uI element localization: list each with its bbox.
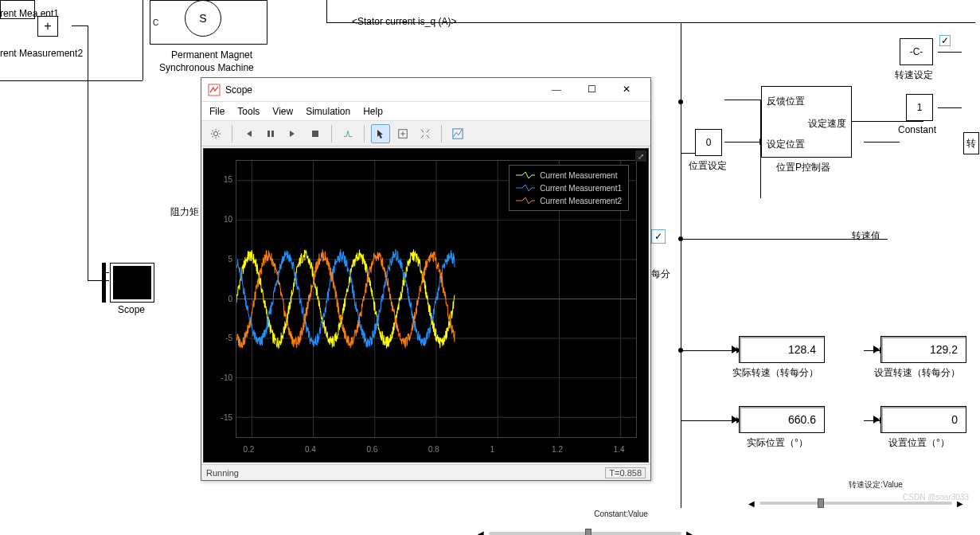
svg-rect-4 [312, 131, 318, 137]
resistance-torque-label: 阻力矩 [170, 205, 199, 219]
svg-rect-3 [271, 131, 274, 137]
current-measurement2-label: rent Measurement2 [0, 48, 83, 59]
step-forward-icon[interactable] [283, 124, 303, 143]
display-actual-speed-label: 实际转速（转每分） [732, 366, 818, 380]
gear-icon[interactable] [206, 124, 225, 143]
pmsm-label1: Permanent Magnet [171, 49, 252, 61]
speed-setpoint-label: 转速设定 [895, 68, 933, 82]
scope-plot[interactable]: Current Measurement Current Measurement1… [203, 148, 649, 463]
maximize-plot-icon[interactable]: ⤢ [635, 150, 646, 162]
svg-point-1 [213, 131, 217, 135]
scope-title: Scope [225, 84, 539, 96]
constant-one-block[interactable]: 1 [906, 94, 933, 121]
mux-block[interactable] [102, 263, 106, 303]
watermark: CSDN @soar3033 [903, 493, 969, 502]
speed-setpoint-constant[interactable]: -C- [900, 38, 933, 65]
zoom-fit-icon[interactable] [393, 124, 412, 143]
ytick-label: -5 [210, 334, 232, 342]
port-set-speed: 设定速度 [805, 117, 849, 131]
display-actual-pos[interactable]: 660.6 [739, 406, 825, 433]
add-block[interactable]: + [37, 16, 58, 37]
port-set-position: 设定位置 [763, 138, 808, 151]
xtick-label: 1.2 [552, 445, 563, 454]
xtick-label: 1.4 [614, 445, 625, 454]
scope-legend[interactable]: Current Measurement Current Measurement1… [509, 165, 629, 211]
ytick-label: -10 [210, 373, 232, 382]
step-back-icon[interactable] [239, 124, 258, 143]
display-actual-pos-label: 实际位置（°） [747, 436, 808, 450]
scope-titlebar[interactable]: Scope — ☐ ✕ [201, 78, 650, 102]
svg-rect-2 [267, 131, 270, 137]
checkbox-icon[interactable]: ✓ [651, 229, 666, 244]
constant-zero-block[interactable]: 0 [695, 129, 722, 156]
autoscale-icon[interactable] [416, 124, 435, 143]
menu-view[interactable]: View [272, 106, 293, 117]
close-button[interactable]: ✕ [609, 79, 644, 101]
xtick-label: 1 [490, 445, 495, 454]
maximize-button[interactable]: ☐ [574, 79, 609, 101]
status-running: Running [206, 468, 239, 478]
checkbox-icon-2[interactable]: ✓ [939, 35, 951, 46]
scope-block-label: Scope [118, 304, 145, 315]
trigger-icon[interactable] [338, 124, 357, 143]
stop-icon[interactable] [306, 124, 325, 143]
scope-menubar[interactable]: File Tools View Simulation Help [201, 102, 650, 121]
pmsm-icon: S [185, 0, 221, 37]
menu-tools[interactable]: Tools [237, 106, 260, 117]
xtick-label: 0.6 [366, 445, 377, 454]
per-minute-label: 每分 [651, 268, 670, 281]
port-feedback-pos: 反馈位置 [763, 95, 808, 108]
xtick-label: 0.8 [428, 445, 439, 454]
scope-block[interactable] [110, 263, 154, 303]
slider-speed-label: 转速设定:Value [796, 479, 955, 490]
pos-setpoint-label: 位置设定 [689, 159, 727, 173]
xtick-label: 0.2 [243, 445, 254, 454]
display-set-speed[interactable]: 129.2 [880, 336, 966, 363]
menu-help[interactable]: Help [363, 106, 383, 117]
display-actual-speed[interactable]: 128.4 [739, 336, 825, 363]
ytick-label: 10 [210, 215, 232, 224]
slider-constant[interactable]: ◀ ▶ [478, 525, 693, 535]
display-set-pos[interactable]: 0 [880, 406, 966, 433]
position-p-controller[interactable]: 反馈位置 设定速度 设定位置 [761, 86, 852, 158]
position-p-controller-label: 位置P控制器 [776, 161, 830, 174]
ytick-label: 15 [210, 175, 232, 184]
speed-value-label: 转速值 [852, 229, 880, 243]
scope-toolbar[interactable] [201, 121, 650, 146]
simulink-icon [208, 84, 221, 96]
pmsm-label2: Synchronous Machine [159, 62, 254, 73]
scope-statusbar: Running T=0.858 [201, 464, 650, 480]
pause-icon[interactable] [261, 124, 280, 143]
constant-one-label: Constant [898, 124, 936, 135]
slider-constant-label: Constant:Value [541, 510, 701, 518]
ytick-label: -15 [210, 413, 232, 422]
ytick-label: 0 [210, 295, 232, 303]
menu-simulation[interactable]: Simulation [306, 106, 350, 117]
status-time: T=0.858 [605, 467, 646, 478]
port-c-label: C [153, 18, 158, 27]
xtick-label: 0.4 [305, 445, 316, 454]
signal-label: <Stator current is_q (A)> [352, 16, 456, 27]
minimize-button[interactable]: — [539, 79, 574, 101]
scope-window[interactable]: Scope — ☐ ✕ File Tools View Simulation H… [201, 77, 651, 481]
gain-block-partial[interactable]: 转 [963, 132, 979, 154]
ytick-label: 5 [210, 255, 232, 264]
measurements-icon[interactable] [448, 124, 467, 143]
menu-file[interactable]: File [209, 106, 225, 117]
display-set-speed-label: 设置转速（转每分） [874, 366, 960, 380]
cursor-icon[interactable] [371, 124, 390, 143]
display-set-pos-label: 设置位置（°） [888, 436, 950, 450]
